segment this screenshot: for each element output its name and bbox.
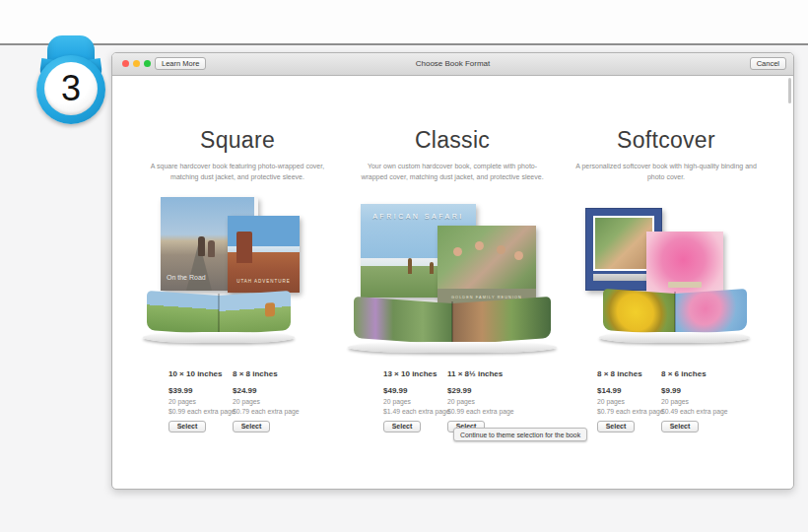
format-column-softcover: Softcover A personalized softcover book … — [568, 127, 765, 358]
option-extra-page-price: $0.49 each extra page — [661, 408, 720, 415]
option-pages: 20 pages — [661, 398, 720, 405]
option-extra-page-price: $0.99 each extra page — [447, 408, 506, 415]
option-price: $49.99 — [383, 386, 442, 395]
option-extra-page-price: $0.99 each extra page — [168, 408, 228, 415]
option-size: 13 × 10 inches — [383, 369, 442, 378]
classic-book-cover-family: GOLDEN FAMILY REUNION — [438, 226, 536, 304]
option-pages: 20 pages — [233, 398, 292, 405]
option-pages: 20 pages — [447, 398, 506, 405]
option-price: $39.99 — [168, 386, 228, 395]
format-description-classic: Your own custom hardcover book, complete… — [360, 161, 545, 182]
window-titlebar: Learn More Choose Book Format Cancel — [112, 53, 793, 76]
book-page-stack — [143, 332, 296, 343]
square-book-cover-utah: UTAH ADVENTURE — [228, 216, 300, 293]
option-pages: 20 pages — [383, 398, 442, 405]
option-price: $24.99 — [233, 386, 292, 395]
open-book-left-page — [147, 291, 219, 335]
format-description-square: A square hardcover book featuring photo-… — [145, 161, 330, 182]
book-option: 11 × 8½ inches $29.99 20 pages $0.99 eac… — [447, 369, 506, 432]
giraffe-silhouette — [430, 262, 434, 274]
option-extra-page-price: $0.79 each extra page — [233, 408, 292, 415]
softcover-book-cover-flower — [646, 232, 723, 295]
select-button[interactable]: Select — [233, 421, 270, 432]
rock-formation-graphic — [236, 232, 252, 263]
scrollbar[interactable] — [788, 78, 791, 103]
option-price: $9.99 — [661, 386, 720, 395]
photo-detail — [265, 303, 275, 318]
step-number: 3 — [44, 62, 98, 115]
cover-photo — [593, 216, 654, 271]
book-page-stack — [348, 342, 557, 353]
open-book-left-page — [603, 289, 675, 335]
horizontal-divider-line — [0, 43, 808, 45]
option-size: 10 × 10 inches — [168, 369, 228, 378]
face-detail — [453, 247, 462, 256]
option-size: 11 × 8½ inches — [447, 369, 506, 378]
book-page-stack — [599, 332, 751, 343]
option-size: 8 × 8 inches — [233, 369, 292, 378]
face-detail — [514, 251, 523, 260]
face-detail — [497, 245, 505, 254]
open-book-right-page — [675, 289, 747, 335]
book-option: 10 × 10 inches $39.99 20 pages $0.99 eac… — [168, 369, 228, 432]
book-spine — [218, 294, 220, 335]
format-description-softcover: A personalized softcover book with high-… — [573, 161, 759, 182]
book-option: 8 × 8 inches $14.99 20 pages $0.79 each … — [597, 369, 656, 432]
book-cover-title: UTAH ADVENTURE — [228, 279, 300, 284]
format-title-softcover: Softcover — [568, 127, 765, 154]
format-column-square: Square A square hardcover book featuring… — [139, 127, 336, 358]
cancel-button[interactable]: Cancel — [750, 57, 786, 70]
option-price: $14.99 — [597, 386, 656, 395]
open-book-right-page — [452, 297, 551, 345]
select-button[interactable]: Select — [383, 421, 421, 432]
option-pages: 20 pages — [597, 398, 656, 405]
book-spine — [451, 301, 453, 345]
book-option: 8 × 8 inches $24.99 20 pages $0.79 each … — [233, 369, 292, 432]
select-button[interactable]: Select — [597, 421, 635, 432]
format-title-square: Square — [139, 127, 336, 154]
book-cover-title: AFRICAN SAFARI — [361, 213, 476, 220]
open-book-left-page — [354, 297, 452, 345]
window-title: Choose Book Format — [112, 59, 793, 68]
person-silhouette — [198, 236, 205, 256]
select-button[interactable]: Select — [661, 421, 699, 432]
format-title-classic: Classic — [354, 127, 551, 154]
person-silhouette — [208, 240, 215, 257]
square-format-preview: On the Road UTAH ADVENTURE — [139, 192, 336, 358]
face-detail — [475, 241, 484, 250]
option-price: $29.99 — [447, 386, 506, 395]
giraffe-silhouette — [408, 258, 412, 274]
choose-book-format-window: Learn More Choose Book Format Cancel Squ… — [111, 52, 794, 490]
open-book-preview — [603, 294, 746, 335]
help-tooltip: Continue to theme selection for the book — [453, 428, 587, 441]
open-book-preview — [354, 303, 551, 345]
format-column-classic: Classic Your own custom hardcover book, … — [354, 127, 551, 358]
option-size: 8 × 8 inches — [597, 369, 656, 378]
softcover-format-preview — [568, 192, 765, 358]
cover-title-band — [593, 274, 654, 281]
book-option: 13 × 10 inches $49.99 20 pages $1.49 eac… — [383, 369, 442, 432]
open-book-preview — [147, 296, 291, 335]
option-extra-page-price: $1.49 each extra page — [383, 408, 442, 415]
book-spine — [674, 292, 676, 335]
book-option: 8 × 6 inches $9.99 20 pages $0.49 each e… — [661, 369, 720, 432]
option-extra-page-price: $0.79 each extra page — [597, 408, 656, 415]
step-badge-ring: 3 — [36, 55, 105, 124]
classic-format-preview: AFRICAN SAFARI GOLDEN FAMILY REUNION — [354, 192, 551, 358]
open-book-right-page — [219, 291, 291, 335]
step-badge: 3 — [34, 28, 108, 126]
book-cover-title: On the Road — [167, 274, 206, 281]
select-button[interactable]: Select — [168, 421, 206, 432]
page-top-strip — [0, 0, 808, 43]
option-size: 8 × 6 inches — [661, 369, 720, 378]
cover-title-label — [668, 282, 702, 288]
option-pages: 20 pages — [168, 398, 228, 405]
